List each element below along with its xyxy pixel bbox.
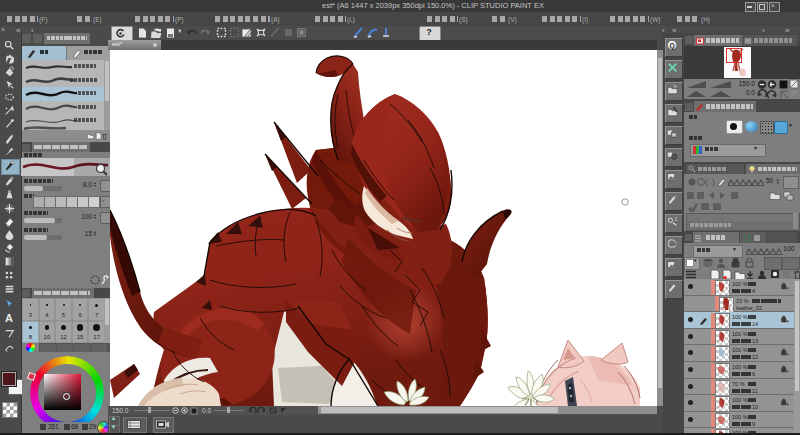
svg-text:1: 1 [675,216,678,222]
svg-text:Q: Q [669,42,674,50]
